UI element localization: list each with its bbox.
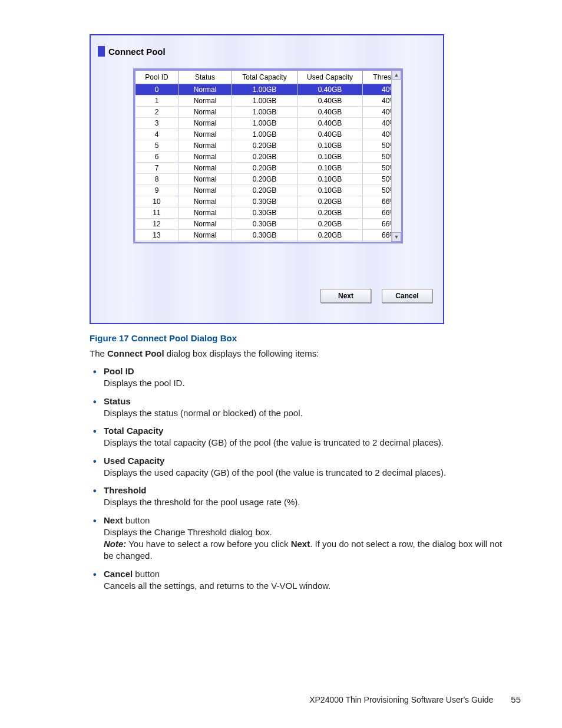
table-cell: 1.00GB	[232, 84, 297, 95]
list-item: Next buttonDisplays the Change Threshold…	[90, 515, 514, 562]
table-cell: 13	[135, 230, 178, 241]
table-cell: 8	[135, 174, 178, 185]
table-cell: 66%	[363, 241, 392, 242]
table-cell: 1.00GB	[232, 107, 297, 118]
table-cell: Normal	[178, 151, 232, 163]
table-cell: 66%	[363, 196, 392, 207]
table-cell: 0.10GB	[297, 140, 363, 151]
list-item: Total CapacityDisplays the total capacit…	[90, 425, 514, 449]
item-heading: Threshold	[104, 485, 147, 495]
list-item: Used CapacityDisplays the used capacity …	[90, 455, 514, 479]
col-pool-id[interactable]: Pool ID	[135, 71, 178, 84]
table-row[interactable]: 3Normal1.00GB0.40GB40%	[135, 118, 392, 129]
table-cell: Normal	[178, 107, 232, 118]
item-body: Displays the Change Threshold dialog box…	[104, 526, 514, 538]
table-cell: 0.30GB	[232, 241, 297, 242]
table-cell: 0.10GB	[297, 151, 363, 163]
table-cell: 12	[135, 219, 178, 230]
item-heading: Total Capacity	[104, 426, 163, 436]
table-row[interactable]: 11Normal0.30GB0.20GB66%	[135, 207, 392, 219]
table-cell: 40%	[363, 107, 392, 118]
dialog-button-row: Next Cancel	[320, 289, 432, 303]
table-cell: 1.00GB	[232, 129, 297, 140]
table-cell: Normal	[178, 207, 232, 219]
table-row[interactable]: 7Normal0.20GB0.10GB50%	[135, 163, 392, 174]
next-button[interactable]: Next	[320, 289, 371, 303]
table-row[interactable]: 10Normal0.30GB0.20GB66%	[135, 196, 392, 207]
col-threshold[interactable]: Threshold	[363, 71, 392, 84]
item-heading: Pool ID	[104, 366, 134, 376]
scroll-down-button[interactable]: ▼	[392, 232, 401, 242]
table-row[interactable]: 13Normal0.30GB0.20GB66%	[135, 230, 392, 241]
table-cell: 6	[135, 151, 178, 163]
table-cell: 3	[135, 118, 178, 129]
footer-guide-title: XP24000 Thin Provisioning Software User'…	[309, 695, 493, 704]
table-cell: 4	[135, 129, 178, 140]
table-row[interactable]: 1Normal1.00GB0.40GB40%	[135, 95, 392, 107]
item-body: Displays the status (normal or blocked) …	[104, 407, 514, 419]
table-cell: 0.10GB	[297, 174, 363, 185]
table-cell: 0.20GB	[297, 241, 363, 242]
pool-table-viewport[interactable]: Pool ID Status Total Capacity Used Capac…	[135, 70, 391, 242]
table-cell: Normal	[178, 84, 232, 95]
table-cell: Normal	[178, 241, 232, 242]
col-status[interactable]: Status	[178, 71, 232, 84]
table-row[interactable]: 9Normal0.20GB0.10GB50%	[135, 185, 392, 196]
table-row[interactable]: 5Normal0.20GB0.10GB50%	[135, 140, 392, 151]
table-cell: 0.40GB	[297, 84, 363, 95]
item-heading: Used Capacity	[104, 456, 164, 466]
list-item: Pool IDDisplays the pool ID.	[90, 365, 514, 390]
table-cell: 0.20GB	[297, 196, 363, 207]
page-footer: XP24000 Thin Provisioning Software User'…	[309, 694, 521, 704]
table-row[interactable]: 2Normal1.00GB0.40GB40%	[135, 107, 392, 118]
item-heading: Cancel button	[104, 569, 160, 579]
list-item: ThresholdDisplays the threshold for the …	[90, 485, 514, 509]
table-cell: 0.20GB	[297, 207, 363, 219]
table-cell: 40%	[363, 129, 392, 140]
table-cell: 40%	[363, 118, 392, 129]
item-body: Displays the used capacity (GB) of the p…	[104, 467, 514, 479]
item-heading: Status	[104, 396, 131, 406]
dialog-title-bar: Connect Pool	[98, 46, 166, 57]
table-row[interactable]: 14Normal0.30GB0.20GB66%	[135, 241, 392, 242]
intro-post: dialog box displays the following items:	[164, 348, 319, 358]
table-cell: 0.20GB	[297, 219, 363, 230]
table-row[interactable]: 6Normal0.20GB0.10GB50%	[135, 151, 392, 163]
dialog-title: Connect Pool	[108, 47, 166, 57]
table-cell: 0.20GB	[297, 230, 363, 241]
table-cell: 50%	[363, 163, 392, 174]
item-body: Cancels all the settings, and returns to…	[104, 580, 514, 592]
table-row[interactable]: 4Normal1.00GB0.40GB40%	[135, 129, 392, 140]
table-row[interactable]: 12Normal0.30GB0.20GB66%	[135, 219, 392, 230]
item-heading: Next button	[104, 515, 150, 525]
table-cell: 0.40GB	[297, 107, 363, 118]
intro-bold: Connect Pool	[107, 348, 164, 358]
table-cell: 0.30GB	[232, 230, 297, 241]
table-cell: 11	[135, 207, 178, 219]
table-cell: 40%	[363, 95, 392, 107]
col-total-capacity[interactable]: Total Capacity	[232, 71, 297, 84]
table-cell: Normal	[178, 196, 232, 207]
scroll-up-button[interactable]: ▲	[392, 70, 401, 80]
intro-text: The Connect Pool dialog box displays the…	[90, 348, 514, 360]
table-row[interactable]: 8Normal0.20GB0.10GB50%	[135, 174, 392, 185]
table-cell: Normal	[178, 118, 232, 129]
table-cell: 66%	[363, 219, 392, 230]
table-cell: 50%	[363, 151, 392, 163]
table-cell: 66%	[363, 230, 392, 241]
table-cell: 5	[135, 140, 178, 151]
table-cell: 2	[135, 107, 178, 118]
table-cell: Normal	[178, 219, 232, 230]
table-cell: Normal	[178, 140, 232, 151]
table-cell: 40%	[363, 84, 392, 95]
table-row[interactable]: 0Normal1.00GB0.40GB40%	[135, 84, 392, 95]
vertical-scrollbar[interactable]: ▲ ▼	[391, 70, 401, 242]
table-cell: 0	[135, 84, 178, 95]
col-used-capacity[interactable]: Used Capacity	[297, 71, 363, 84]
table-cell: 1.00GB	[232, 118, 297, 129]
pool-table[interactable]: Pool ID Status Total Capacity Used Capac…	[135, 70, 391, 242]
table-cell: 50%	[363, 174, 392, 185]
cancel-button[interactable]: Cancel	[382, 289, 432, 303]
table-cell: 14	[135, 241, 178, 242]
table-cell: 10	[135, 196, 178, 207]
